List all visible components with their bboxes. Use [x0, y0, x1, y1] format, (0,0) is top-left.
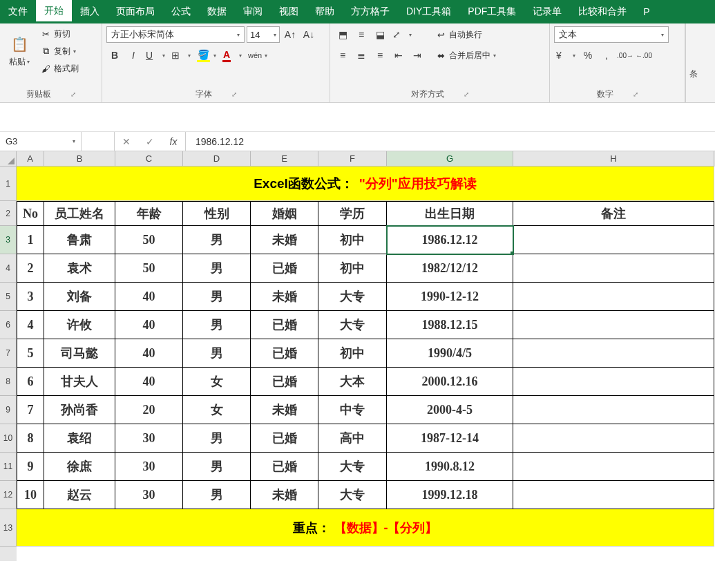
- column-header-G[interactable]: G: [387, 151, 513, 167]
- cell-E7[interactable]: 已婚: [251, 339, 318, 368]
- decrease-font-button[interactable]: A↓: [301, 26, 317, 43]
- cell-H11[interactable]: [513, 453, 714, 481]
- cell-D7[interactable]: 男: [183, 339, 251, 368]
- cell-C7[interactable]: 40: [115, 339, 183, 368]
- cell-E12[interactable]: 未婚: [251, 481, 318, 509]
- menu-item-2[interactable]: 插入: [72, 0, 108, 23]
- cell-C6[interactable]: 40: [115, 311, 183, 339]
- paste-button[interactable]: 📋 粘贴▾: [4, 26, 35, 76]
- cell-C12[interactable]: 30: [115, 481, 183, 509]
- column-header-B[interactable]: B: [44, 151, 115, 167]
- dialog-launcher-icon[interactable]: ⤢: [464, 91, 469, 98]
- dialog-launcher-icon[interactable]: ⤢: [70, 91, 76, 98]
- cell-E4[interactable]: 已婚: [251, 254, 318, 283]
- cell-E3[interactable]: 未婚: [251, 226, 318, 254]
- decrease-indent-button[interactable]: ⇤: [390, 47, 407, 64]
- cell-A11[interactable]: 9: [17, 453, 44, 481]
- cell-H8[interactable]: [513, 368, 714, 396]
- column-header-D[interactable]: D: [183, 151, 251, 167]
- menu-item-7[interactable]: 视图: [271, 0, 307, 23]
- accounting-format-button[interactable]: ¥▾: [554, 47, 578, 64]
- row-header-11[interactable]: 11: [0, 453, 17, 481]
- cell-A12[interactable]: 10: [17, 481, 44, 509]
- side-panel-button[interactable]: 条: [685, 23, 700, 102]
- cell-D4[interactable]: 男: [183, 254, 251, 283]
- chevron-down-icon[interactable]: ▾: [73, 138, 75, 144]
- header-cell-C[interactable]: 年龄: [115, 201, 183, 226]
- cell-G7[interactable]: 1990/4/5: [387, 339, 513, 368]
- cell-D11[interactable]: 男: [183, 453, 251, 481]
- number-format-select[interactable]: 文本▾: [554, 26, 669, 43]
- menu-item-11[interactable]: PDF工具集: [459, 0, 524, 23]
- cell-A7[interactable]: 5: [17, 339, 44, 368]
- column-header-H[interactable]: H: [513, 151, 714, 167]
- italic-button[interactable]: I: [125, 47, 142, 64]
- format-painter-button[interactable]: 🖌格式刷: [37, 61, 82, 76]
- cell-G12[interactable]: 1999.12.18: [387, 481, 513, 509]
- cell-E8[interactable]: 已婚: [251, 368, 318, 396]
- cell-A8[interactable]: 6: [17, 368, 44, 396]
- align-left-button[interactable]: ≡: [334, 47, 351, 64]
- row-header-7[interactable]: 7: [0, 339, 17, 368]
- cell-H9[interactable]: [513, 396, 714, 424]
- align-center-button[interactable]: ≣: [353, 47, 370, 64]
- align-bottom-button[interactable]: ⬓: [372, 26, 388, 43]
- orientation-button[interactable]: ⤢▾: [390, 26, 414, 43]
- column-header-C[interactable]: C: [115, 151, 183, 167]
- cell-D12[interactable]: 男: [183, 481, 251, 509]
- row-header-13[interactable]: 13: [0, 509, 17, 547]
- cell-D3[interactable]: 男: [183, 226, 251, 254]
- menu-item-4[interactable]: 公式: [163, 0, 199, 23]
- cell-H7[interactable]: [513, 339, 714, 368]
- column-header-F[interactable]: F: [318, 151, 387, 167]
- menu-item-1[interactable]: 开始: [36, 0, 72, 23]
- cell-C11[interactable]: 30: [115, 453, 183, 481]
- cell-G11[interactable]: 1990.8.12: [387, 453, 513, 481]
- align-top-button[interactable]: ⬒: [334, 26, 351, 43]
- cell-B7[interactable]: 司马懿: [44, 339, 115, 368]
- cell-G8[interactable]: 2000.12.16: [387, 368, 513, 396]
- cell-H12[interactable]: [513, 481, 714, 509]
- cell-G10[interactable]: 1987-12-14: [387, 424, 513, 453]
- merge-center-button[interactable]: ⬌合并后居中▾: [432, 47, 499, 64]
- row-header-8[interactable]: 8: [0, 368, 17, 396]
- cell-B8[interactable]: 甘夫人: [44, 368, 115, 396]
- cell-F3[interactable]: 初中: [318, 226, 387, 254]
- footer-cell[interactable]: 重点：【数据】-【分列】: [17, 509, 714, 547]
- bold-button[interactable]: B: [106, 47, 123, 64]
- cell-F7[interactable]: 初中: [318, 339, 387, 368]
- cell-F8[interactable]: 大本: [318, 368, 387, 396]
- formula-input[interactable]: 1986.12.12: [186, 132, 715, 151]
- cell-F5[interactable]: 大专: [318, 283, 387, 311]
- font-color-button[interactable]: A▾: [220, 47, 244, 64]
- title-cell[interactable]: Excel函数公式："分列"应用技巧解读: [17, 167, 714, 201]
- name-box[interactable]: G3 ▾: [0, 132, 82, 151]
- menu-item-3[interactable]: 页面布局: [108, 0, 163, 23]
- cell-G6[interactable]: 1988.12.15: [387, 311, 513, 339]
- menu-item-12[interactable]: 记录单: [524, 0, 570, 23]
- cell-D8[interactable]: 女: [183, 368, 251, 396]
- header-cell-G[interactable]: 出生日期: [387, 201, 513, 226]
- cell-G9[interactable]: 2000-4-5: [387, 396, 513, 424]
- row-header-9[interactable]: 9: [0, 396, 17, 424]
- cell-A3[interactable]: 1: [17, 226, 44, 254]
- cell-D6[interactable]: 男: [183, 311, 251, 339]
- select-all-corner[interactable]: [0, 151, 17, 167]
- row-header-4[interactable]: 4: [0, 254, 17, 283]
- fill-color-button[interactable]: 🪣▾: [195, 47, 218, 64]
- header-cell-B[interactable]: 员工姓名: [44, 201, 115, 226]
- row-header-1[interactable]: 1: [0, 167, 17, 201]
- cell-D10[interactable]: 男: [183, 424, 251, 453]
- increase-font-button[interactable]: A↑: [282, 26, 298, 43]
- cell-F4[interactable]: 初中: [318, 254, 387, 283]
- font-size-select[interactable]: 14▾: [247, 26, 280, 43]
- cell-F9[interactable]: 中专: [318, 396, 387, 424]
- menu-item-6[interactable]: 审阅: [235, 0, 271, 23]
- dialog-launcher-icon[interactable]: ⤢: [633, 91, 638, 98]
- cell-A9[interactable]: 7: [17, 396, 44, 424]
- menu-item-14[interactable]: P: [635, 0, 658, 23]
- insert-function-button[interactable]: fx: [162, 136, 185, 147]
- cell-B11[interactable]: 徐庶: [44, 453, 115, 481]
- cell-E9[interactable]: 未婚: [251, 396, 318, 424]
- cell-H5[interactable]: [513, 283, 714, 311]
